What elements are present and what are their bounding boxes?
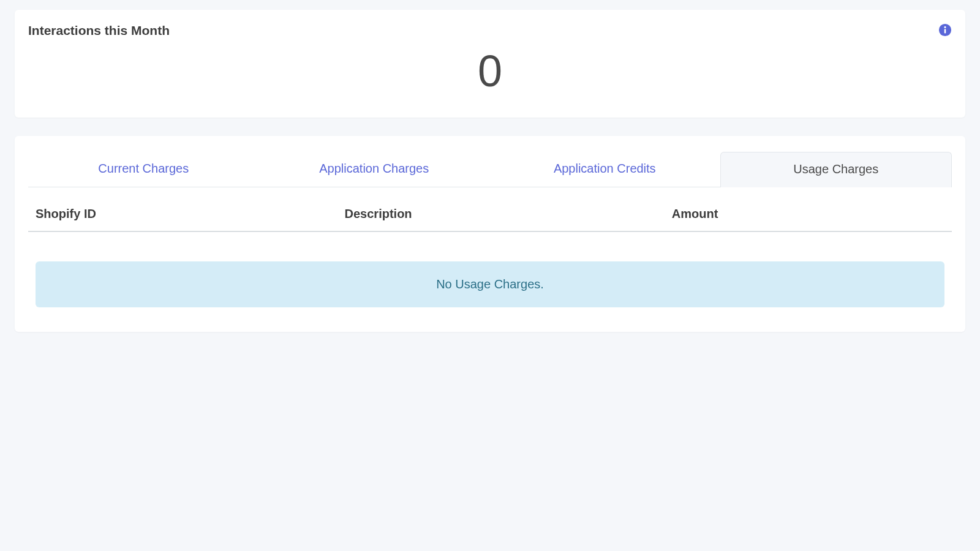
interactions-value: 0 xyxy=(28,49,952,93)
interactions-header: Interactions this Month xyxy=(28,23,952,38)
column-header-amount: Amount xyxy=(672,207,944,221)
column-header-shopify-id: Shopify ID xyxy=(36,207,345,221)
column-header-description: Description xyxy=(345,207,672,221)
tab-application-credits[interactable]: Application Credits xyxy=(489,152,720,187)
charges-card: Current Charges Application Charges Appl… xyxy=(15,136,965,332)
info-circle-icon[interactable] xyxy=(938,23,952,37)
empty-state-banner: No Usage Charges. xyxy=(36,261,944,307)
tab-current-charges[interactable]: Current Charges xyxy=(28,152,259,187)
tabs-row: Current Charges Application Charges Appl… xyxy=(28,152,952,187)
interactions-title: Interactions this Month xyxy=(28,23,170,38)
tab-usage-charges[interactable]: Usage Charges xyxy=(720,152,952,187)
interactions-card: Interactions this Month 0 xyxy=(15,10,965,118)
tab-application-charges[interactable]: Application Charges xyxy=(259,152,490,187)
table-header-row: Shopify ID Description Amount xyxy=(28,187,952,232)
svg-rect-1 xyxy=(944,29,946,33)
svg-point-2 xyxy=(944,26,946,28)
